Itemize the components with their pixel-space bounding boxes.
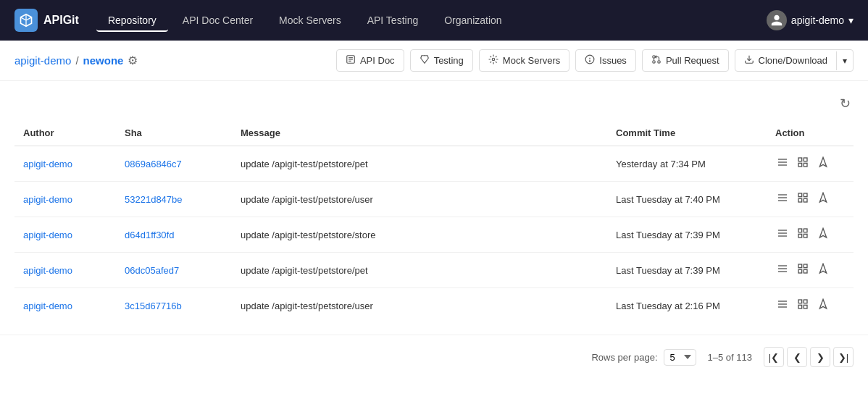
rows-per-page-label: Rows per page: <box>591 352 657 363</box>
action-list-icon-1[interactable] <box>775 190 790 208</box>
rows-per-page-select[interactable]: 5 10 25 <box>664 349 696 366</box>
svg-point-11 <box>658 61 661 64</box>
clone-download-label: Clone/Download <box>759 55 827 66</box>
page-info: 1–5 of 113 <box>708 352 752 363</box>
breadcrumb-org[interactable]: apigit-demo <box>14 54 71 67</box>
cell-action-1 <box>767 182 854 217</box>
action-deploy-icon-3[interactable] <box>816 261 830 279</box>
action-grid-icon-4[interactable] <box>796 297 810 314</box>
settings-icon[interactable]: ⚙ <box>128 54 138 67</box>
author-link-0[interactable]: apigit-demo <box>23 159 72 169</box>
sub-header: apigit-demo / newone ⚙ API Doc Testing M… <box>0 41 868 81</box>
svg-rect-42 <box>804 264 807 268</box>
svg-rect-18 <box>804 158 807 161</box>
svg-rect-19 <box>798 163 802 167</box>
cell-time-4: Last Tuesday at 2:16 PM <box>607 288 767 324</box>
cell-message-4: update /apigit-test/petstore/user <box>232 288 607 324</box>
cell-time-0: Yesterday at 7:34 PM <box>607 146 767 182</box>
clone-download-main[interactable]: Clone/Download <box>735 50 836 71</box>
api-doc-button[interactable]: API Doc <box>336 49 404 72</box>
sha-link-3[interactable]: 06dc05afed7 <box>125 265 179 276</box>
svg-rect-17 <box>798 158 802 161</box>
cell-sha-4: 3c15d67716b <box>116 288 232 324</box>
action-grid-icon-1[interactable] <box>796 190 810 208</box>
author-link-1[interactable]: apigit-demo <box>23 194 72 205</box>
prev-page-button[interactable]: ❮ <box>787 347 807 367</box>
cell-action-3 <box>767 253 854 288</box>
nav-api-doc-center[interactable]: API Doc Center <box>171 9 264 32</box>
cell-author-0: apigit-demo <box>14 146 116 182</box>
svg-rect-35 <box>798 234 802 238</box>
action-list-icon-4[interactable] <box>775 297 790 314</box>
svg-rect-26 <box>804 193 807 197</box>
cell-author-2: apigit-demo <box>14 217 116 253</box>
svg-point-8 <box>590 61 591 62</box>
nav-repository[interactable]: Repository <box>96 9 168 32</box>
table-row: apigit-demo 06dc05afed7 update /apigit-t… <box>14 253 854 288</box>
action-grid-icon-3[interactable] <box>796 261 810 279</box>
table-row: apigit-demo 53221d847be update /apigit-t… <box>14 182 854 217</box>
clone-download-button: Clone/Download ▾ <box>735 49 854 72</box>
svg-rect-51 <box>798 305 802 308</box>
nav-user[interactable]: apigit-demo ▾ <box>767 10 854 30</box>
sha-link-4[interactable]: 3c15d67716b <box>125 301 182 311</box>
page-nav-buttons: |❮ ❮ ❯ ❯| <box>764 347 854 367</box>
nav-organization[interactable]: Organization <box>433 9 513 32</box>
api-doc-icon <box>346 54 356 67</box>
col-header-sha: Sha <box>116 120 232 146</box>
author-link-4[interactable]: apigit-demo <box>23 301 72 311</box>
action-grid-icon-2[interactable] <box>796 226 810 243</box>
top-nav: APIGit Repository API Doc Center Mock Se… <box>0 0 868 41</box>
table-header: Author Sha Message Commit Time Action <box>14 120 854 146</box>
action-deploy-icon-2[interactable] <box>816 226 830 243</box>
svg-rect-41 <box>798 264 802 268</box>
cell-sha-3: 06dc05afed7 <box>116 253 232 288</box>
action-list-icon-2[interactable] <box>775 226 790 243</box>
action-list-icon-0[interactable] <box>775 155 790 172</box>
testing-label: Testing <box>434 55 464 66</box>
breadcrumb-repo[interactable]: newone <box>83 54 124 67</box>
nav-links: Repository API Doc Center Mock Servers A… <box>96 9 767 32</box>
clone-icon <box>744 54 754 67</box>
action-deploy-icon-1[interactable] <box>816 190 830 208</box>
next-page-button[interactable]: ❯ <box>810 347 830 367</box>
svg-marker-45 <box>819 264 826 273</box>
refresh-icon[interactable]: ↻ <box>837 93 854 114</box>
clone-dropdown-arrow[interactable]: ▾ <box>836 51 853 70</box>
svg-marker-53 <box>819 299 826 308</box>
svg-marker-37 <box>819 228 826 238</box>
mock-servers-button[interactable]: Mock Servers <box>479 49 569 72</box>
svg-rect-27 <box>798 198 802 202</box>
table-row: apigit-demo d64d1ff30fd update /apigit-t… <box>14 217 854 253</box>
action-deploy-icon-4[interactable] <box>816 297 830 314</box>
author-link-2[interactable]: apigit-demo <box>23 230 72 240</box>
commits-table: Author Sha Message Commit Time Action ap… <box>14 120 854 323</box>
cell-action-2 <box>767 217 854 253</box>
author-link-3[interactable]: apigit-demo <box>23 265 72 276</box>
first-page-button[interactable]: |❮ <box>764 347 784 367</box>
action-grid-icon-0[interactable] <box>796 155 810 172</box>
sha-link-1[interactable]: 53221d847be <box>125 194 183 205</box>
sha-link-2[interactable]: d64d1ff30fd <box>125 230 174 240</box>
nav-api-testing[interactable]: API Testing <box>356 9 430 32</box>
cell-author-1: apigit-demo <box>14 182 116 217</box>
last-page-button[interactable]: ❯| <box>833 347 854 367</box>
issues-button[interactable]: Issues <box>575 49 636 72</box>
cell-sha-1: 53221d847be <box>116 182 232 217</box>
pull-request-button[interactable]: Pull Request <box>642 49 729 72</box>
action-list-icon-3[interactable] <box>775 261 790 279</box>
table-row: apigit-demo 0869a6846c7 update /apigit-t… <box>14 146 854 182</box>
svg-point-9 <box>653 61 656 64</box>
action-bar: API Doc Testing Mock Servers Issues Pull <box>336 49 854 72</box>
svg-rect-44 <box>804 269 807 273</box>
svg-rect-34 <box>804 229 807 232</box>
mock-servers-label: Mock Servers <box>503 55 560 66</box>
sha-link-0[interactable]: 0869a6846c7 <box>125 159 182 169</box>
svg-rect-28 <box>804 198 807 202</box>
action-deploy-icon-0[interactable] <box>816 155 830 172</box>
testing-button[interactable]: Testing <box>410 49 473 72</box>
mock-servers-icon <box>488 54 498 67</box>
nav-username: apigit-demo <box>791 14 844 26</box>
nav-mock-servers[interactable]: Mock Servers <box>267 9 353 32</box>
logo[interactable]: APIGit <box>14 9 79 32</box>
